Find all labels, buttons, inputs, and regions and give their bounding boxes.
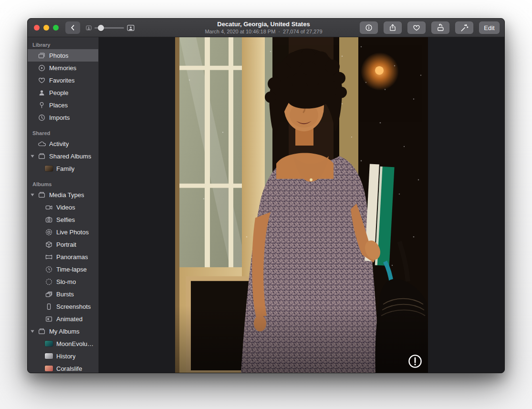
sidebar-item-label: Imports [49, 114, 70, 121]
rotate-icon [436, 23, 445, 32]
sidebar-item-label: Memories [49, 64, 76, 72]
sidebar-item-selfies[interactable]: Selfies [28, 213, 98, 226]
sidebar-item-screenshots[interactable]: Screenshots [28, 300, 98, 313]
sidebar-item-photos[interactable]: Photos [28, 49, 98, 62]
edit-button[interactable]: Edit [479, 21, 500, 34]
sidebar-section-header-library: Library [28, 42, 98, 49]
sidebar-section-header-shared: Shared [28, 130, 98, 137]
cube-icon [45, 241, 53, 249]
pin-icon [38, 101, 46, 109]
sidebar-section-header-albums: Albums [28, 181, 98, 189]
info-icon [365, 23, 373, 32]
sidebar-item-family[interactable]: Family [28, 162, 98, 175]
window-controls [34, 25, 59, 31]
sidebar-item-time-lapse[interactable]: Time-lapse [28, 263, 98, 275]
share-button[interactable] [384, 21, 402, 34]
sidebar-item-places[interactable]: Places [28, 99, 98, 111]
memories-icon [38, 64, 46, 72]
sidebar-item-memories[interactable]: Memories [28, 62, 98, 74]
selfie-icon [45, 216, 53, 224]
sidebar-item-shared-albums[interactable]: Shared Albums [28, 150, 98, 162]
share-icon [388, 23, 397, 32]
sidebar-item-label: Time-lapse [56, 266, 87, 273]
auto-enhance-button[interactable] [455, 21, 473, 34]
zoom-slider[interactable] [94, 27, 124, 29]
album-thumbnail [45, 353, 53, 359]
album-stack-icon [38, 152, 46, 160]
photo-datetime: March 4, 2020 at 10:46:18 PM [205, 29, 275, 34]
sidebar-item-history[interactable]: History [28, 350, 98, 362]
album-thumbnail [45, 341, 53, 346]
sidebar-item-label: Photos [49, 52, 68, 59]
screenshots-icon [45, 303, 53, 311]
photo-detail[interactable] [175, 37, 428, 373]
sidebar-item-videos[interactable]: Videos [28, 201, 98, 213]
sidebar-item-people[interactable]: People [28, 86, 98, 99]
photo-counter: 27,074 of 27,279 [283, 29, 323, 34]
sidebar-item-label: Videos [56, 204, 75, 211]
favorite-button[interactable] [407, 21, 426, 34]
live-photo-icon [45, 228, 53, 236]
photo-date-counter: March 4, 2020 at 10:46:18 PM·27,074 of 2… [171, 29, 356, 35]
sidebar-item-label: People [49, 89, 68, 96]
disclosure-triangle-icon[interactable] [30, 192, 35, 197]
video-icon [45, 203, 53, 211]
sync-error-icon[interactable] [407, 354, 423, 369]
minimize-button[interactable] [43, 25, 49, 31]
sidebar-item-label: Bursts [56, 291, 74, 298]
sidebar-item-my-albums[interactable]: My Albums [28, 325, 98, 337]
zoom-slider-thumb[interactable] [98, 25, 104, 31]
album-stack-icon [38, 191, 46, 199]
desktop-background: Decatur, Georgia, United States March 4,… [0, 0, 532, 409]
titlebar: Decatur, Georgia, United States March 4,… [28, 19, 504, 37]
cloud-icon [38, 140, 46, 148]
large-photo-icon [127, 25, 135, 31]
disclosure-triangle-icon[interactable] [30, 154, 35, 158]
album-stack-icon [38, 327, 46, 336]
time-lapse-icon [45, 265, 53, 273]
sidebar-item-label: My Albums [49, 328, 80, 335]
sidebar-item-label: Family [56, 165, 74, 172]
sidebar-item-portrait[interactable]: Portrait [28, 238, 98, 251]
heart-icon [412, 23, 421, 32]
fullscreen-button[interactable] [53, 25, 59, 31]
sidebar-item-label: Slo-mo [56, 278, 76, 285]
separator-dot: · [278, 29, 280, 34]
sidebar-item-activity[interactable]: Activity [28, 137, 98, 150]
info-button[interactable] [360, 21, 378, 34]
sidebar-item-imports[interactable]: Imports [28, 111, 98, 124]
small-photo-icon [86, 25, 92, 31]
photos-icon [38, 52, 46, 60]
animated-icon [45, 315, 53, 323]
sidebar-item-slo-mo[interactable]: Slo-mo [28, 275, 98, 288]
sidebar-item-animated[interactable]: Animated [28, 313, 98, 325]
photo-location-title: Decatur, Georgia, United States [171, 21, 356, 28]
sidebar-item-moonevolu[interactable]: MoonEvolu… [28, 337, 98, 350]
sidebar-item-media-types[interactable]: Media Types [28, 189, 98, 201]
photo-artwork [175, 37, 428, 373]
sidebar-item-coralslife[interactable]: Coralslife [28, 362, 98, 373]
thumbnail-zoom-control [86, 22, 135, 33]
disclosure-triangle-icon[interactable] [30, 329, 35, 334]
sidebar: LibraryPhotosMemoriesFavoritesPeoplePlac… [28, 37, 99, 373]
sidebar-item-label: Activity [49, 140, 69, 147]
toolbar: Edit [360, 21, 500, 34]
rotate-button[interactable] [431, 21, 449, 34]
back-button[interactable] [65, 21, 80, 34]
sidebar-item-panoramas[interactable]: Panoramas [28, 251, 98, 263]
sidebar-item-label: MoonEvolu… [56, 340, 94, 347]
sidebar-item-label: Shared Albums [49, 153, 91, 160]
sidebar-item-label: Live Photos [56, 229, 89, 236]
sidebar-item-label: Portrait [56, 241, 76, 248]
sidebar-item-favorites[interactable]: Favorites [28, 74, 98, 86]
sidebar-item-label: Panoramas [56, 253, 88, 261]
sidebar-item-label: Coralslife [56, 365, 82, 372]
sidebar-item-live-photos[interactable]: Live Photos [28, 226, 98, 238]
heart-icon [38, 76, 46, 84]
sidebar-item-bursts[interactable]: Bursts [28, 288, 98, 300]
sidebar-item-label: Selfies [56, 216, 75, 223]
album-thumbnail [45, 366, 53, 371]
close-button[interactable] [34, 25, 40, 31]
clock-icon [38, 114, 46, 122]
album-thumbnail [45, 166, 53, 171]
